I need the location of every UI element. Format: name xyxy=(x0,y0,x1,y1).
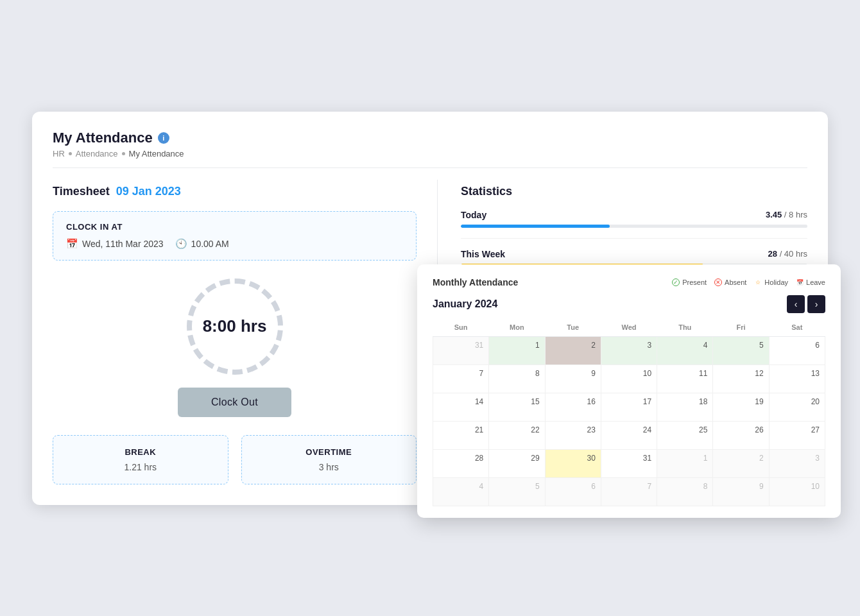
timer-text: 8:00 hrs xyxy=(203,316,267,336)
day-number: 5 xyxy=(759,341,764,350)
day-number: 22 xyxy=(531,425,539,434)
cal-cell[interactable]: 29 xyxy=(489,449,545,477)
day-number: 27 xyxy=(811,425,820,434)
cal-cell[interactable]: 1 xyxy=(489,336,545,364)
cal-cell[interactable]: 6 xyxy=(545,477,601,506)
bottom-boxes: BREAK 1.21 hrs OVERTIME 3 hrs xyxy=(53,435,417,484)
cal-cell[interactable]: 26 xyxy=(713,421,769,449)
calendar-month-label: January 2024 xyxy=(433,298,497,310)
cal-cell[interactable]: 7 xyxy=(601,477,657,506)
cal-row-3: 21222324252627 xyxy=(433,421,825,449)
cal-cell[interactable]: 7 xyxy=(433,364,489,393)
clock-in-details: 📅 Wed, 11th Mar 2023 🕙 10.00 AM xyxy=(66,238,403,250)
overtime-box: OVERTIME 3 hrs xyxy=(241,435,417,484)
day-number: 14 xyxy=(475,397,483,406)
cal-cell[interactable]: 3 xyxy=(601,336,657,364)
info-icon[interactable]: i xyxy=(158,132,169,144)
page-header: My Attendance i HR Attendance My Attenda… xyxy=(53,130,807,168)
cal-cell[interactable]: 1 xyxy=(657,449,713,477)
day-number: 4 xyxy=(479,482,484,491)
clock-in-date-detail: 📅 Wed, 11th Mar 2023 xyxy=(66,238,164,250)
monthly-header: Monthly Attendance ✓ Present ✕ Absent ☆ … xyxy=(433,277,825,287)
cal-weekday-thu: Thu xyxy=(657,321,713,337)
cal-cell[interactable]: 2 xyxy=(713,449,769,477)
cal-cell[interactable]: 17 xyxy=(601,393,657,421)
cal-cell[interactable]: 18 xyxy=(657,393,713,421)
stat-label: Today xyxy=(461,210,486,220)
cal-cell[interactable]: 19 xyxy=(713,393,769,421)
calendar-month-row: January 2024 ‹ › xyxy=(433,295,825,313)
clock-icon: 🕙 xyxy=(175,238,187,250)
cal-cell[interactable]: 21 xyxy=(433,421,489,449)
cal-cell[interactable]: 2 xyxy=(545,336,601,364)
cal-cell[interactable]: 27 xyxy=(769,421,825,449)
breadcrumb-attendance: Attendance xyxy=(76,149,118,158)
day-number: 1 xyxy=(703,454,708,463)
day-number: 3 xyxy=(815,454,820,463)
day-number: 1 xyxy=(535,341,540,350)
cal-cell[interactable]: 10 xyxy=(769,477,825,506)
day-number: 12 xyxy=(755,369,763,378)
day-number: 31 xyxy=(475,341,483,350)
left-panel: Timesheet 09 Jan 2023 CLOCK IN AT 📅 Wed,… xyxy=(53,180,438,484)
break-label: BREAK xyxy=(66,447,215,457)
day-number: 8 xyxy=(703,482,708,491)
clock-out-button[interactable]: Clock Out xyxy=(178,388,291,417)
cal-cell[interactable]: 12 xyxy=(713,364,769,393)
day-number: 25 xyxy=(699,425,707,434)
day-number: 5 xyxy=(535,482,540,491)
cal-cell[interactable]: 8 xyxy=(657,477,713,506)
cal-cell[interactable]: 23 xyxy=(545,421,601,449)
clock-in-time-detail: 🕙 10.00 AM xyxy=(175,238,229,250)
cal-row-2: 14151617181920 xyxy=(433,393,825,421)
cal-row-5: 45678910 xyxy=(433,477,825,506)
day-number: 10 xyxy=(643,369,651,378)
stat-item-today: Today 3.45 / 8 hrs xyxy=(461,210,807,239)
cal-cell[interactable]: 5 xyxy=(489,477,545,506)
cal-cell[interactable]: 9 xyxy=(545,364,601,393)
day-number: 28 xyxy=(475,454,483,463)
stat-bar-fill xyxy=(461,225,610,228)
day-number: 18 xyxy=(699,397,707,406)
cal-cell[interactable]: 15 xyxy=(489,393,545,421)
cal-cell[interactable]: 6 xyxy=(769,336,825,364)
cal-cell[interactable]: 3 xyxy=(769,449,825,477)
cal-cell[interactable]: 5 xyxy=(713,336,769,364)
cal-cell[interactable]: 13 xyxy=(769,364,825,393)
cal-cell[interactable]: 24 xyxy=(601,421,657,449)
cal-cell[interactable]: 16 xyxy=(545,393,601,421)
cal-next-button[interactable]: › xyxy=(807,295,825,313)
cal-cell[interactable]: 20 xyxy=(769,393,825,421)
breadcrumb-dot-2 xyxy=(122,152,125,155)
page-title: My Attendance xyxy=(53,130,153,146)
day-number: 2 xyxy=(759,454,764,463)
cal-cell[interactable]: 28 xyxy=(433,449,489,477)
day-number: 9 xyxy=(591,369,596,378)
day-number: 19 xyxy=(755,397,763,406)
day-number: 29 xyxy=(531,454,539,463)
day-number: 20 xyxy=(811,397,820,406)
cal-cell[interactable]: 4 xyxy=(657,336,713,364)
cal-cell[interactable]: 14 xyxy=(433,393,489,421)
calendar-icon: 📅 xyxy=(66,238,78,250)
breadcrumb: HR Attendance My Attendance xyxy=(53,149,807,158)
cal-cell[interactable]: 30 xyxy=(545,449,601,477)
timesheet-header: Timesheet 09 Jan 2023 xyxy=(53,185,417,198)
cal-weekday-sun: Sun xyxy=(433,321,489,337)
cal-cell[interactable]: 4 xyxy=(433,477,489,506)
cal-cell[interactable]: 31 xyxy=(433,336,489,364)
calendar-nav: ‹ › xyxy=(787,295,825,313)
day-number: 2 xyxy=(591,341,596,350)
cal-cell[interactable]: 22 xyxy=(489,421,545,449)
cal-prev-button[interactable]: ‹ xyxy=(787,295,805,313)
timer-circle: 8:00 hrs xyxy=(187,278,283,375)
overtime-value: 3 hrs xyxy=(255,462,404,472)
cal-cell[interactable]: 10 xyxy=(601,364,657,393)
cal-cell[interactable]: 11 xyxy=(657,364,713,393)
cal-cell[interactable]: 8 xyxy=(489,364,545,393)
cal-cell[interactable]: 25 xyxy=(657,421,713,449)
cal-cell[interactable]: 9 xyxy=(713,477,769,506)
break-value: 1.21 hrs xyxy=(66,462,215,472)
cal-cell[interactable]: 31 xyxy=(601,449,657,477)
breadcrumb-hr: HR xyxy=(53,149,65,158)
